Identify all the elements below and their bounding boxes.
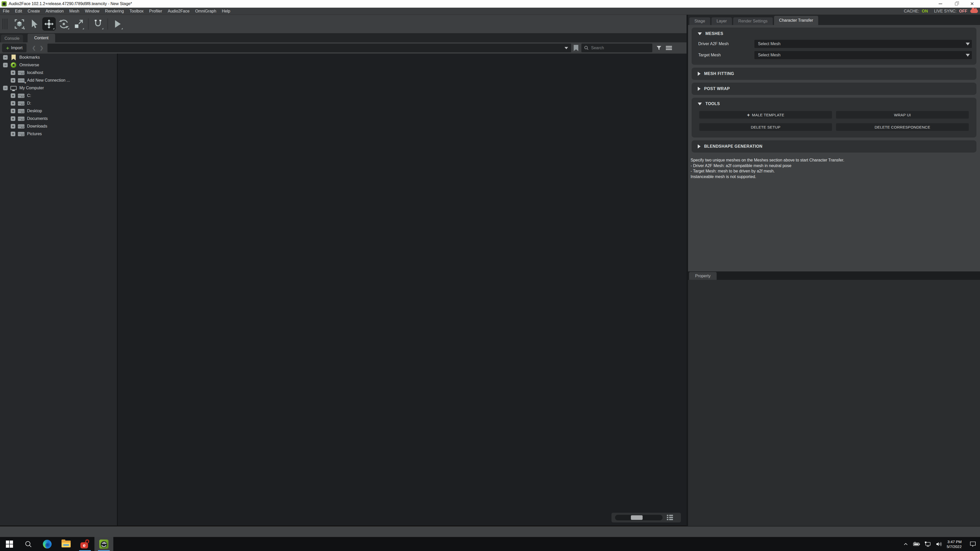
section-meshes: MESHES Driver A2F Mesh Select Mesh Targe… xyxy=(692,27,977,65)
battery-status[interactable] xyxy=(913,541,920,547)
minimize-button[interactable] xyxy=(932,0,948,8)
bookmark-icon[interactable] xyxy=(574,45,578,51)
tree-item-localhost[interactable]: + localhost xyxy=(0,69,117,76)
tree-item-bookmarks[interactable]: − Bookmarks xyxy=(0,54,117,61)
menu-window[interactable]: Window xyxy=(82,8,102,15)
maximize-button[interactable] xyxy=(948,0,964,8)
taskbar-audio2face-button[interactable] xyxy=(94,537,113,551)
grid-view-icon[interactable] xyxy=(667,514,673,521)
expand-icon[interactable]: + xyxy=(11,101,15,106)
start-button[interactable] xyxy=(0,537,19,551)
delete-correspondence-button[interactable]: DELETE CORRESPONDENCE xyxy=(836,123,969,131)
filter-icon[interactable] xyxy=(656,45,662,51)
search-box xyxy=(581,44,652,52)
tree-item-c-drive[interactable]: + C: xyxy=(0,92,117,100)
menu-mesh[interactable]: Mesh xyxy=(67,8,82,15)
expand-icon[interactable]: + xyxy=(11,109,15,113)
expand-icon[interactable]: + xyxy=(11,70,15,75)
menu-create[interactable]: Create xyxy=(25,8,43,15)
menu-file[interactable]: File xyxy=(0,8,12,15)
system-tray: 3:47 PM 5/7/2022 xyxy=(903,539,980,549)
live-sync-label: LIVE SYNC: xyxy=(934,9,956,14)
tab-content[interactable]: Content xyxy=(27,34,55,42)
tree-item-label: D: xyxy=(27,101,31,106)
move-tool-button[interactable] xyxy=(43,17,56,30)
taskbar-search-button[interactable] xyxy=(19,537,38,551)
tree-item-downloads[interactable]: + Downloads xyxy=(0,122,117,130)
volume-control[interactable] xyxy=(935,541,943,547)
expand-icon[interactable]: + xyxy=(11,132,15,136)
tab-render-settings[interactable]: Render Settings xyxy=(733,17,773,25)
tab-property[interactable]: Property xyxy=(689,272,717,280)
section-mesh-fitting-header[interactable]: MESH FITTING xyxy=(692,68,977,80)
section-post-wrap-header[interactable]: POST WRAP xyxy=(692,83,977,95)
driver-a2f-mesh-select[interactable]: Select Mesh xyxy=(754,40,972,48)
tree-item-my-computer[interactable]: − My Computer xyxy=(0,84,117,92)
path-dropdown-icon[interactable] xyxy=(565,47,568,49)
tree-item-add-new-connection[interactable]: + Add New Connection ... xyxy=(0,76,117,84)
collapse-icon[interactable]: − xyxy=(3,86,8,90)
section-tools-header[interactable]: TOOLS xyxy=(692,98,977,110)
tab-console[interactable]: Console xyxy=(1,35,23,42)
menu-audio2face[interactable]: Audio2Face xyxy=(165,8,192,15)
section-meshes-header[interactable]: MESHES xyxy=(692,27,977,40)
live-sync-cloud-icon[interactable] xyxy=(970,10,978,13)
menu-toolbox[interactable]: Toolbox xyxy=(127,8,146,15)
plus-icon: + xyxy=(747,113,750,118)
menu-omnigraph[interactable]: OmniGraph xyxy=(192,8,219,15)
tree-item-label: localhost xyxy=(27,70,43,75)
menu-help[interactable]: Help xyxy=(219,8,233,15)
tree-item-omniverse[interactable]: − Omniverse xyxy=(0,61,117,69)
taskbar-clock[interactable]: 3:47 PM 5/7/2022 xyxy=(947,539,962,549)
search-input[interactable] xyxy=(591,46,645,50)
expand-icon[interactable]: + xyxy=(11,78,15,83)
import-button[interactable]: + Import xyxy=(2,44,27,52)
expand-icon[interactable]: + xyxy=(11,116,15,121)
cache-status[interactable]: ON xyxy=(922,9,928,14)
scale-tool-button[interactable] xyxy=(72,17,85,30)
snap-tool-button[interactable] xyxy=(92,17,104,30)
frame-selection-tool-button[interactable] xyxy=(13,17,26,30)
section-blendshape-header[interactable]: BLENDSHAPE GENERATION xyxy=(692,140,977,152)
file-grid-area[interactable] xyxy=(118,54,687,526)
taskbar-file-explorer-button[interactable] xyxy=(57,537,76,551)
wrap-ui-button[interactable]: WRAP UI xyxy=(836,111,969,119)
action-center-button[interactable] xyxy=(969,541,977,548)
expand-icon[interactable]: + xyxy=(11,94,15,98)
toolbar-drag-handle[interactable] xyxy=(3,19,7,29)
collapse-icon[interactable]: − xyxy=(3,55,8,60)
network-status[interactable] xyxy=(924,541,932,547)
play-button[interactable] xyxy=(111,17,124,30)
select-tool-button[interactable] xyxy=(28,17,41,30)
tab-layer[interactable]: Layer xyxy=(711,17,732,25)
drive-icon xyxy=(18,132,24,136)
taskbar-lock-e-app-button[interactable]: e xyxy=(76,537,94,551)
collapse-icon[interactable]: − xyxy=(3,63,8,67)
rotate-tool-button[interactable] xyxy=(57,17,70,30)
tab-stage[interactable]: Stage xyxy=(689,17,710,25)
back-button[interactable]: ❮ xyxy=(30,45,38,51)
male-template-button[interactable]: + MALE TEMPLATE xyxy=(699,111,832,119)
menu-rendering[interactable]: Rendering xyxy=(102,8,127,15)
live-sync-status[interactable]: OFF xyxy=(959,9,967,14)
tree-item-documents[interactable]: + Documents xyxy=(0,115,117,122)
close-button[interactable]: ✕ xyxy=(964,0,980,8)
tray-expand-button[interactable] xyxy=(903,541,908,547)
menu-edit[interactable]: Edit xyxy=(12,8,25,15)
tree-item-d-drive[interactable]: + D: xyxy=(0,100,117,107)
tree-item-pictures[interactable]: + Pictures xyxy=(0,130,117,138)
content-browser-toolbar: + Import ❮ ❯ xyxy=(0,42,687,54)
delete-setup-button[interactable]: DELETE SETUP xyxy=(699,123,832,131)
taskbar-edge-button[interactable] xyxy=(38,537,57,551)
list-view-icon[interactable] xyxy=(666,45,672,51)
tree-item-desktop[interactable]: + Desktop xyxy=(0,107,117,115)
tab-character-transfer[interactable]: Character Transfer xyxy=(774,16,818,25)
menu-animation[interactable]: Animation xyxy=(43,8,66,15)
target-mesh-select[interactable]: Select Mesh xyxy=(754,51,972,59)
expand-icon[interactable]: + xyxy=(11,124,15,129)
forward-button[interactable]: ❯ xyxy=(38,45,45,51)
path-bar[interactable] xyxy=(48,44,571,52)
menu-profiler[interactable]: Profiler xyxy=(146,8,165,15)
thumbnail-size-slider[interactable] xyxy=(615,515,662,520)
slider-thumb[interactable] xyxy=(631,515,643,520)
